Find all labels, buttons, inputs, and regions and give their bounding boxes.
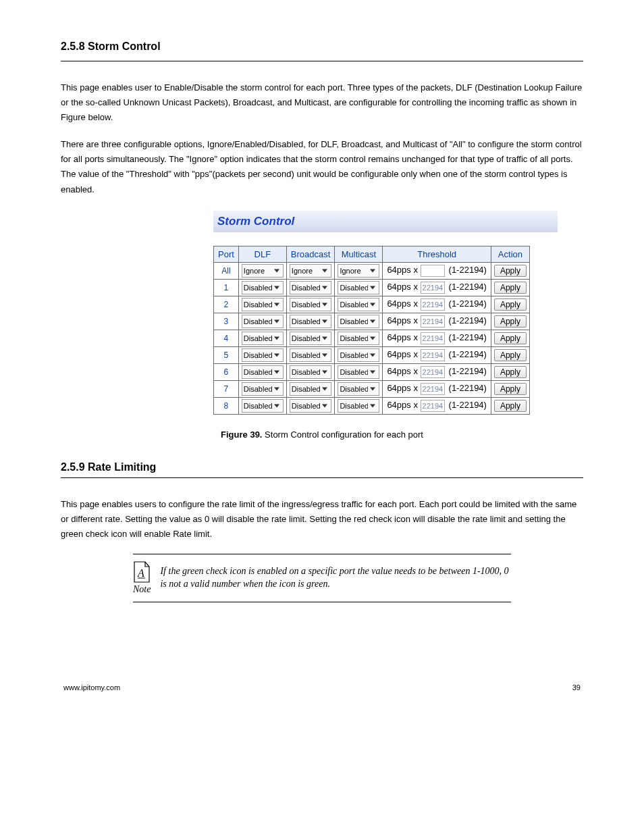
threshold-prefix: 64pps x	[387, 383, 420, 393]
threshold-input[interactable]	[421, 282, 445, 294]
storm-select[interactable]: Disabled	[338, 382, 379, 396]
port-cell: 7	[214, 380, 239, 397]
storm-select[interactable]: Disabled	[242, 332, 284, 345]
threshold-input[interactable]	[421, 265, 445, 277]
storm-select[interactable]: Disabled	[338, 315, 379, 328]
port-cell: 1	[214, 279, 239, 296]
port-cell: 4	[214, 330, 239, 346]
threshold-range: (1-22194)	[445, 315, 487, 325]
section-number: 2.5.8 Storm Control	[61, 41, 583, 53]
storm-select[interactable]: Disabled	[290, 365, 331, 379]
figure-caption: Figure 39. Storm Control configuration f…	[61, 429, 583, 440]
threshold-prefix: 64pps x	[387, 282, 420, 292]
note-box: A Note If the green check icon is enable…	[133, 554, 511, 602]
storm-select[interactable]: Disabled	[290, 399, 331, 413]
storm-select[interactable]: Disabled	[338, 348, 379, 362]
table-row: 2DisabledDisabledDisabled64pps x (1-2219…	[214, 296, 530, 313]
th-port: Port	[214, 246, 239, 262]
footer-right: 39	[572, 683, 581, 692]
port-cell: 8	[214, 397, 239, 414]
threshold-input[interactable]	[421, 400, 445, 412]
table-row: 5DisabledDisabledDisabled64pps x (1-2219…	[214, 346, 530, 363]
storm-select[interactable]: Disabled	[242, 382, 284, 396]
storm-select[interactable]: Disabled	[242, 399, 284, 413]
th-broadcast: Broadcast	[286, 246, 335, 262]
table-row: 3DisabledDisabledDisabled64pps x (1-2219…	[214, 313, 530, 330]
threshold-input[interactable]	[421, 366, 445, 378]
table-row: 6DisabledDisabledDisabled64pps x (1-2219…	[214, 363, 530, 380]
th-threshold: Threshold	[383, 246, 491, 262]
rate-rule	[61, 477, 583, 478]
apply-button[interactable]: Apply	[494, 366, 527, 378]
section-paragraph-2: There are three configurable options, Ig…	[61, 137, 583, 197]
threshold-input[interactable]	[421, 298, 445, 311]
port-cell: All	[214, 262, 239, 279]
th-dlf: DLF	[238, 246, 286, 262]
threshold-input[interactable]	[421, 332, 445, 344]
port-cell: 2	[214, 296, 239, 313]
note-label: Note	[133, 584, 151, 595]
storm-select[interactable]: Disabled	[242, 298, 284, 311]
storm-select[interactable]: Disabled	[290, 332, 331, 345]
storm-select[interactable]: Disabled	[290, 298, 331, 311]
note-icon: A	[133, 561, 151, 583]
port-cell: 3	[214, 313, 239, 330]
section-rule	[61, 61, 583, 61]
apply-button[interactable]: Apply	[494, 282, 527, 294]
storm-select[interactable]: Ignore	[242, 264, 284, 278]
panel-title-bar: Storm Control	[213, 211, 558, 232]
threshold-range: (1-22194)	[445, 400, 487, 410]
table-header-row: Port DLF Broadcast Multicast Threshold A…	[214, 246, 530, 262]
storm-select[interactable]: Disabled	[242, 348, 284, 362]
storm-select[interactable]: Disabled	[290, 348, 331, 362]
storm-select[interactable]: Disabled	[242, 315, 284, 328]
svg-text:A: A	[137, 567, 144, 579]
rate-heading: 2.5.9 Rate Limiting	[61, 461, 583, 473]
threshold-range: (1-22194)	[445, 383, 487, 393]
threshold-prefix: 64pps x	[387, 366, 420, 376]
figure-text: Storm Control configuration for each por…	[262, 429, 423, 440]
table-row: 4DisabledDisabledDisabled64pps x (1-2219…	[214, 330, 530, 346]
storm-select[interactable]: Disabled	[338, 399, 379, 413]
table-row: 1DisabledDisabledDisabled64pps x (1-2219…	[214, 279, 530, 296]
threshold-prefix: 64pps x	[387, 298, 420, 309]
table-row: AllIgnoreIgnoreIgnore64pps x (1-22194)Ap…	[214, 262, 530, 279]
storm-select[interactable]: Ignore	[290, 264, 331, 278]
threshold-range: (1-22194)	[445, 332, 487, 342]
threshold-range: (1-22194)	[445, 265, 487, 275]
storm-select[interactable]: Disabled	[338, 298, 379, 311]
apply-button[interactable]: Apply	[494, 349, 527, 361]
threshold-input[interactable]	[421, 383, 445, 395]
storm-select[interactable]: Disabled	[290, 382, 331, 396]
storm-select[interactable]: Disabled	[242, 281, 284, 294]
storm-select[interactable]: Disabled	[338, 332, 379, 345]
storm-select[interactable]: Disabled	[338, 281, 379, 294]
threshold-input[interactable]	[421, 315, 445, 328]
th-action: Action	[491, 246, 529, 262]
figure-label: Figure 39.	[221, 429, 262, 440]
note-text: If the green check icon is enabled on a …	[160, 565, 511, 591]
apply-button[interactable]: Apply	[494, 265, 527, 277]
storm-select[interactable]: Disabled	[290, 281, 331, 294]
apply-button[interactable]: Apply	[494, 383, 527, 395]
threshold-range: (1-22194)	[445, 349, 487, 359]
threshold-prefix: 64pps x	[387, 400, 420, 410]
threshold-range: (1-22194)	[445, 366, 487, 376]
storm-select[interactable]: Disabled	[338, 365, 379, 379]
apply-button[interactable]: Apply	[494, 298, 527, 311]
apply-button[interactable]: Apply	[494, 332, 527, 344]
storm-select[interactable]: Disabled	[242, 365, 284, 379]
threshold-range: (1-22194)	[445, 282, 487, 292]
storm-select[interactable]: Disabled	[290, 315, 331, 328]
footer-left: www.ipitomy.com	[63, 683, 120, 692]
port-cell: 5	[214, 346, 239, 363]
threshold-prefix: 64pps x	[387, 265, 420, 275]
threshold-prefix: 64pps x	[387, 349, 420, 359]
apply-button[interactable]: Apply	[494, 315, 527, 328]
apply-button[interactable]: Apply	[494, 400, 527, 412]
storm-control-table: Port DLF Broadcast Multicast Threshold A…	[213, 246, 530, 415]
storm-select[interactable]: Ignore	[338, 264, 379, 278]
threshold-input[interactable]	[421, 349, 445, 361]
panel-title: Storm Control	[213, 215, 294, 228]
table-row: 8DisabledDisabledDisabled64pps x (1-2219…	[214, 397, 530, 414]
